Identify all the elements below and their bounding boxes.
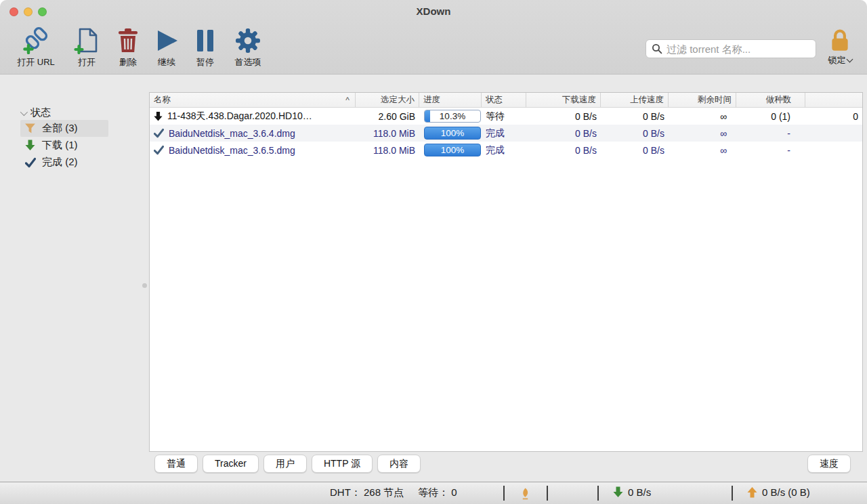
progress-bar: 100%: [424, 127, 481, 140]
column-header-size[interactable]: 选定大小: [356, 93, 419, 107]
torrent-name: BaiduNetdisk_mac_3.6.5.dmg: [169, 145, 295, 156]
check-icon: [154, 145, 164, 155]
column-header-name[interactable]: 名称 ^: [150, 93, 356, 107]
pause-label: 暂停: [196, 56, 214, 68]
app-window: XDown 打开 URL: [0, 0, 867, 504]
open-file-button[interactable]: 打开: [68, 27, 105, 68]
progress-bar: 100%: [424, 144, 481, 156]
lock-label: 锁定: [822, 54, 858, 66]
sidebar-items: 全部 (3) 下载 (1) 完成 (2): [20, 120, 108, 171]
link-add-icon: [22, 27, 49, 54]
feather-icon[interactable]: [520, 488, 531, 500]
pause-icon: [196, 27, 215, 54]
torrent-size: 118.0 MiB: [356, 145, 419, 156]
sidebar-group-status[interactable]: 状态: [20, 106, 51, 119]
play-icon: [154, 27, 179, 54]
downloading-arrow-icon: [154, 111, 163, 122]
statusbar-divider: [732, 486, 733, 501]
sidebar-group-label: 状态: [30, 106, 51, 119]
detail-tabs: 普通 Tracker 用户 HTTP 源 内容: [154, 455, 421, 473]
open-file-label: 打开: [78, 56, 96, 68]
speed-button[interactable]: 速度: [807, 455, 851, 473]
progress-label: 100%: [425, 144, 480, 156]
progress-label: 10.3%: [425, 110, 480, 123]
open-url-label: 打开 URL: [17, 56, 55, 68]
column-header-upload-speed[interactable]: 上传速度: [601, 93, 669, 107]
column-header-status[interactable]: 状态: [482, 93, 526, 107]
sidebar-item-downloading[interactable]: 下载 (1): [20, 137, 108, 154]
filter-search-field[interactable]: [646, 39, 816, 58]
torrent-size: 2.60 GiB: [356, 111, 419, 122]
upload-speed: 0 B/s: [601, 145, 669, 156]
seed-count: -: [736, 145, 805, 156]
column-header-extra[interactable]: [805, 93, 862, 107]
upload-speed: 0 B/s: [601, 128, 669, 139]
download-arrow-icon: [613, 486, 623, 498]
preferences-button[interactable]: 首选项: [228, 27, 268, 68]
torrent-status: 等待: [482, 110, 526, 123]
table-row[interactable]: BaiduNetdisk_mac_3.6.5.dmg 118.0 MiB 100…: [150, 142, 862, 159]
torrent-name: BaiduNetdisk_mac_3.6.4.dmg: [169, 128, 295, 139]
tab-http-source[interactable]: HTTP 源: [312, 455, 373, 473]
tab-peers[interactable]: 用户: [263, 455, 307, 473]
seed-count: 0 (1): [736, 111, 805, 122]
progress-cell: 100%: [419, 144, 482, 156]
preferences-label: 首选项: [235, 56, 261, 68]
resume-label: 继续: [158, 56, 175, 68]
progress-cell: 10.3%: [419, 110, 482, 123]
trash-icon: [117, 27, 140, 54]
statusbar-divider: [503, 486, 505, 501]
column-header-seeds[interactable]: 做种数: [736, 93, 805, 107]
progress-label: 100%: [425, 127, 480, 140]
open-url-button[interactable]: 打开 URL: [11, 27, 61, 68]
window-title: XDown: [0, 5, 867, 17]
upload-arrow-icon: [747, 486, 757, 498]
search-icon: [652, 43, 662, 54]
table-row[interactable]: BaiduNetdisk_mac_3.6.4.dmg 118.0 MiB 100…: [150, 125, 862, 142]
torrent-size: 118.0 MiB: [356, 128, 419, 139]
column-header-download-speed[interactable]: 下载速度: [526, 93, 601, 107]
check-icon: [24, 157, 36, 168]
search-input[interactable]: [667, 43, 810, 55]
delete-button[interactable]: 删除: [112, 27, 144, 68]
upload-speed: 0 B/s: [601, 111, 669, 122]
progress-bar: 10.3%: [424, 110, 481, 123]
remaining-time: ∞: [669, 128, 736, 139]
pause-button[interactable]: 暂停: [190, 27, 221, 68]
tab-tracker[interactable]: Tracker: [203, 455, 259, 473]
tab-general[interactable]: 普通: [154, 455, 198, 473]
resume-button[interactable]: 继续: [151, 27, 182, 68]
window-chrome: XDown 打开 URL: [0, 0, 867, 75]
seed-count: -: [736, 128, 805, 139]
column-header-progress[interactable]: 进度: [419, 93, 482, 107]
progress-cell: 100%: [419, 127, 482, 140]
table-row[interactable]: 11-438天.438.Dagar.2020.HD10… 2.60 GiB 10…: [150, 108, 862, 125]
torrent-name: 11-438天.438.Dagar.2020.HD10…: [167, 110, 312, 123]
waiting-status: 等待： 0: [418, 486, 457, 499]
splitter-handle[interactable]: [142, 283, 147, 288]
torrent-table: 名称 ^ 选定大小 进度 状态 下载速度 上传速度 剩余时间 做种数 11-43…: [149, 92, 863, 452]
sidebar-item-label: 全部 (3): [42, 122, 78, 135]
table-header: 名称 ^ 选定大小 进度 状态 下载速度 上传速度 剩余时间 做种数: [150, 93, 862, 108]
toolbar: 打开 URL 打开: [11, 27, 275, 68]
extra-value: 0: [805, 111, 862, 122]
sidebar-item-all[interactable]: 全部 (3): [20, 120, 108, 137]
remaining-time: ∞: [669, 111, 736, 122]
lock-button[interactable]: 锁定: [822, 28, 858, 66]
lock-icon: [822, 28, 858, 53]
total-upload-speed: 0 B/s (0 B): [747, 486, 810, 498]
chevron-down-icon: [20, 108, 28, 115]
column-header-remaining-time[interactable]: 剩余时间: [669, 93, 736, 107]
sort-ascending-icon: ^: [345, 96, 351, 105]
sidebar-item-completed[interactable]: 完成 (2): [20, 154, 108, 171]
chevron-down-icon: [846, 56, 853, 63]
sidebar: 状态 全部 (3) 下载 (1): [0, 75, 149, 451]
funnel-icon: [24, 123, 36, 134]
tab-content[interactable]: 内容: [377, 455, 421, 473]
sidebar-item-label: 完成 (2): [42, 156, 78, 169]
down-arrow-icon: [24, 140, 36, 151]
total-download-speed: 0 B/s: [613, 486, 651, 498]
statusbar-divider: [597, 486, 599, 501]
delete-label: 删除: [119, 56, 137, 68]
download-speed: 0 B/s: [526, 111, 601, 122]
